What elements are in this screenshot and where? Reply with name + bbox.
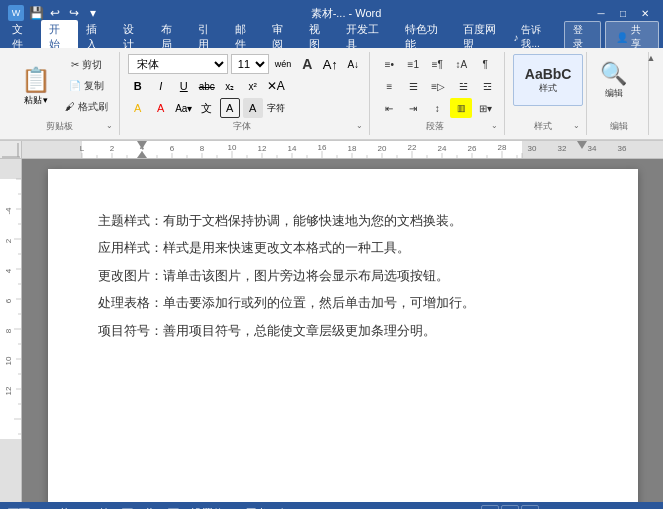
svg-text:8: 8	[4, 328, 13, 333]
undo-qat-button[interactable]: ↩	[47, 5, 63, 21]
save-cloud-button[interactable]: ☁ 保存到百度网盘	[657, 60, 663, 112]
numbering-button[interactable]: ≡1	[402, 54, 424, 74]
cut-button[interactable]: ✂ 剪切	[60, 55, 113, 75]
svg-text:L: L	[80, 144, 85, 153]
italic-button[interactable]: I	[151, 76, 171, 96]
increase-font-button[interactable]: A↑	[320, 54, 340, 74]
svg-text:10: 10	[228, 143, 237, 152]
format-painter-button[interactable]: 🖌 格式刷	[60, 97, 113, 117]
svg-text:28: 28	[498, 143, 507, 152]
document-area[interactable]: 主题样式：有助于文档保持协调，能够快速地为您的文档换装。 应用样式：样式是用来快…	[22, 159, 663, 502]
paragraph-row3: ⇤ ⇥ ↕ ▥ ⊞▾	[378, 98, 498, 118]
svg-text:6: 6	[170, 144, 175, 153]
vertical-ruler[interactable]: -4 2 4 6 8 10 12	[0, 159, 22, 502]
horizontal-ruler[interactable]: L 2 4 6 8 10 12 14 16 18 20 22 24 26 28 …	[22, 141, 663, 159]
copy-button[interactable]: 📄 复制	[60, 76, 113, 96]
save-qat-button[interactable]: 💾	[28, 5, 44, 21]
svg-text:30: 30	[528, 144, 537, 153]
reading-view-button[interactable]: ≡	[501, 505, 519, 509]
more-qat-button[interactable]: ▾	[85, 5, 101, 21]
menu-bar: 文件 开始 插入 设计 布局 引用 邮件 审阅 视图 开发工具 特色功能 百度网…	[0, 26, 663, 48]
line-spacing-button[interactable]: ↕	[426, 98, 448, 118]
status-bar: 页面：1 节：1 第 1 页，共 1 页 设置值: 2.6厘米 行：1 ▦ ≡ …	[0, 502, 663, 509]
styles-button[interactable]: AaBbC 样式	[513, 54, 583, 106]
font-expand-button[interactable]: ⌄	[356, 121, 363, 130]
phonetic-button[interactable]: 文	[197, 98, 217, 118]
bold-button[interactable]: B	[128, 76, 148, 96]
maximize-button[interactable]: □	[613, 5, 633, 21]
section-number: 节：1	[59, 506, 87, 510]
underline-button[interactable]: U	[174, 76, 194, 96]
align-left-button[interactable]: ≡	[378, 76, 400, 96]
view-buttons: ▦ ≡ ⊞	[481, 505, 539, 509]
ruler-corner[interactable]	[0, 141, 22, 159]
web-view-button[interactable]: ⊞	[521, 505, 539, 509]
clipboard-expand-button[interactable]: ⌄	[106, 121, 113, 130]
print-layout-button[interactable]: ▦	[481, 505, 499, 509]
strikethrough-button[interactable]: abc	[197, 76, 217, 96]
close-button[interactable]: ✕	[635, 5, 655, 21]
superscript-button[interactable]: x²	[243, 76, 263, 96]
doc-line-1: 主题样式：有助于文档保持协调，能够快速地为您的文档换装。	[98, 209, 588, 232]
svg-text:36: 36	[618, 144, 627, 153]
border-button[interactable]: ⊞▾	[474, 98, 497, 118]
clipboard-section: 📋 粘贴▾ ✂ 剪切 📄 复制 🖌 格式刷	[14, 55, 113, 117]
align-right-button[interactable]: ≡▷	[426, 76, 450, 96]
decrease-font-button[interactable]: A↓	[343, 54, 363, 74]
redo-qat-button[interactable]: ↪	[66, 5, 82, 21]
svg-rect-3	[22, 141, 82, 158]
clear-format-button[interactable]: ✕A	[266, 76, 286, 96]
line-number: 行：1	[279, 506, 307, 510]
distribute-button[interactable]: ☲	[476, 76, 498, 96]
sort-button[interactable]: ↕A	[450, 54, 472, 74]
big-a-button[interactable]: A	[297, 54, 317, 74]
shading-button[interactable]: ▥	[450, 98, 472, 118]
font-name-select[interactable]: 宋体	[128, 54, 228, 74]
svg-text:34: 34	[588, 144, 597, 153]
paragraph-group: ≡• ≡1 ≡¶ ↕A ¶ ≡ ☰ ≡▷ ☱ ☲ ⇤	[372, 52, 505, 135]
doc-line-5: 项目符号：善用项目符号，总能使文章层级更加条理分明。	[98, 319, 588, 342]
paste-button[interactable]: 📋 粘贴▾	[14, 55, 58, 117]
bullets-button[interactable]: ≡•	[378, 54, 400, 74]
styles-preview: AaBbC	[525, 66, 572, 82]
ribbon-collapse-button[interactable]: ▲	[643, 50, 659, 66]
char-shading-button[interactable]: A	[243, 98, 263, 118]
svg-text:22: 22	[408, 143, 417, 152]
show-formatting-button[interactable]: ¶	[474, 54, 496, 74]
tell-me-text[interactable]: 告诉我...	[521, 23, 558, 51]
quick-access-toolbar: 💾 ↩ ↪ ▾	[28, 5, 101, 21]
change-case-button[interactable]: Aa▾	[174, 98, 194, 118]
char-style-button[interactable]: 字符	[266, 98, 286, 118]
subscript-button[interactable]: x₂	[220, 76, 240, 96]
multilevel-button[interactable]: ≡¶	[426, 54, 448, 74]
paragraph-row2: ≡ ☰ ≡▷ ☱ ☲	[378, 76, 498, 96]
minimize-button[interactable]: ─	[591, 5, 611, 21]
font-size-select[interactable]: 11.5	[231, 54, 269, 74]
indent-decrease-button[interactable]: ⇤	[378, 98, 400, 118]
svg-rect-2	[82, 141, 522, 158]
justify-button[interactable]: ☱	[452, 76, 474, 96]
svg-text:2: 2	[110, 144, 115, 153]
paragraph-expand-button[interactable]: ⌄	[491, 121, 498, 130]
word-icon: W	[8, 5, 24, 21]
doc-line-2: 应用样式：样式是用来快速更改文本格式的一种工具。	[98, 236, 588, 259]
indent-increase-button[interactable]: ⇥	[402, 98, 424, 118]
document-page[interactable]: 主题样式：有助于文档保持协调，能够快速地为您的文档换装。 应用样式：样式是用来快…	[48, 169, 638, 502]
char-border-button[interactable]: A	[220, 98, 240, 118]
paragraph-row1: ≡• ≡1 ≡¶ ↕A ¶	[378, 54, 498, 74]
svg-text:16: 16	[318, 143, 327, 152]
paste-label: 粘贴▾	[24, 94, 48, 107]
clipboard-content: 📋 粘贴▾ ✂ 剪切 📄 复制 🖌 格式刷	[14, 54, 113, 118]
font-color-button[interactable]: A	[151, 98, 171, 118]
editing-button[interactable]: 🔍 编辑	[595, 54, 632, 106]
paragraph-label: 段落	[378, 118, 491, 133]
text-highlight-button[interactable]: A	[128, 98, 148, 118]
align-center-button[interactable]: ☰	[402, 76, 424, 96]
editing-label: 编辑	[595, 118, 642, 133]
styles-expand-button[interactable]: ⌄	[573, 121, 580, 130]
share-label: 共享	[631, 23, 649, 51]
editing-content: 🔍 编辑	[595, 54, 632, 118]
document-content[interactable]: 主题样式：有助于文档保持协调，能够快速地为您的文档换装。 应用样式：样式是用来快…	[98, 209, 588, 342]
svg-text:14: 14	[288, 144, 297, 153]
paragraph-buttons: ≡• ≡1 ≡¶ ↕A ¶ ≡ ☰ ≡▷ ☱ ☲ ⇤	[378, 60, 498, 112]
